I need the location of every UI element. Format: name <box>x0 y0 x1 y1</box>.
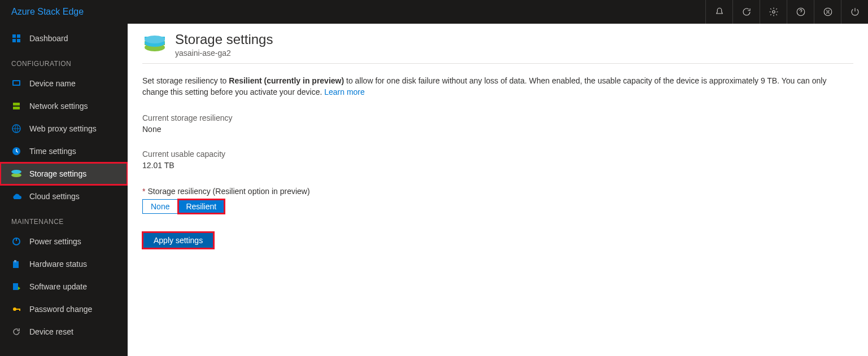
sidebar-item-storage-settings[interactable]: Storage settings <box>0 162 128 185</box>
learn-more-link[interactable]: Learn more <box>324 87 365 96</box>
description-bold: Resilient (currently in preview) <box>229 76 344 85</box>
sidebar-item-label: Dashboard <box>29 34 68 43</box>
storage-icon <box>11 169 21 179</box>
update-icon <box>11 282 21 292</box>
sidebar: Dashboard CONFIGURATION Device name Netw… <box>0 24 128 356</box>
svg-rect-10 <box>13 107 20 109</box>
clock-icon <box>11 146 21 156</box>
divider <box>142 63 853 64</box>
brand-title[interactable]: Azure Stack Edge <box>11 7 84 17</box>
svg-rect-15 <box>14 260 16 262</box>
svg-rect-5 <box>12 39 16 42</box>
reset-icon <box>11 327 21 337</box>
sidebar-item-password-change[interactable]: Password change <box>0 298 128 320</box>
monitor-icon <box>11 78 21 89</box>
topbar-icons <box>705 0 868 24</box>
sidebar-item-label: Hardware status <box>29 260 87 269</box>
sidebar-item-device-name[interactable]: Device name <box>0 72 128 95</box>
svg-rect-8 <box>14 81 19 85</box>
option-resilient-button[interactable]: Resilient <box>178 199 225 214</box>
network-icon <box>11 101 21 111</box>
current-resiliency-block: Current storage resiliency None <box>142 113 853 134</box>
description: Set storage resiliency to Resilient (cur… <box>142 75 853 98</box>
resiliency-toggle-group: None Resilient <box>142 199 853 214</box>
current-capacity-value: 12.01 TB <box>142 161 853 170</box>
power-icon[interactable] <box>841 0 868 24</box>
sidebar-item-label: Storage settings <box>29 169 86 178</box>
description-pre: Set storage resiliency to <box>142 76 229 85</box>
refresh-icon[interactable] <box>732 0 760 24</box>
current-resiliency-value: None <box>142 125 853 134</box>
sidebar-item-hardware-status[interactable]: Hardware status <box>0 253 128 275</box>
dashboard-icon <box>11 33 21 43</box>
sidebar-item-cloud-settings[interactable]: Cloud settings <box>0 185 128 208</box>
cloud-gear-icon <box>11 191 21 201</box>
page-header: Storage settings yasaini-ase-ga2 <box>142 32 853 58</box>
coprocess-icon[interactable] <box>814 0 841 24</box>
form-label: Storage resiliency (Resilient option in … <box>147 187 309 196</box>
help-icon[interactable] <box>787 0 814 24</box>
current-resiliency-label: Current storage resiliency <box>142 113 853 122</box>
sidebar-item-time-settings[interactable]: Time settings <box>0 140 128 162</box>
storage-resiliency-form: *Storage resiliency (Resilient option in… <box>142 187 853 214</box>
topbar: Azure Stack Edge <box>0 0 868 24</box>
svg-rect-16 <box>13 283 18 290</box>
svg-rect-6 <box>17 39 20 42</box>
form-label-row: *Storage resiliency (Resilient option in… <box>142 187 853 196</box>
svg-point-0 <box>772 11 775 14</box>
sidebar-item-software-update[interactable]: Software update <box>0 275 128 298</box>
sidebar-item-label: Device reset <box>29 327 73 336</box>
sidebar-item-label: Power settings <box>29 237 81 246</box>
sidebar-item-device-reset[interactable]: Device reset <box>0 320 128 343</box>
current-capacity-label: Current usable capacity <box>142 150 853 159</box>
sidebar-item-label: Web proxy settings <box>29 124 97 133</box>
sidebar-section-maintenance: MAINTENANCE <box>0 208 128 230</box>
key-icon <box>11 304 21 314</box>
main-content: Storage settings yasaini-ase-ga2 Set sto… <box>128 24 868 356</box>
sidebar-item-label: Cloud settings <box>29 192 80 201</box>
sidebar-item-label: Time settings <box>29 147 76 156</box>
notifications-icon[interactable] <box>705 0 732 24</box>
sidebar-item-power-settings[interactable]: Power settings <box>0 230 128 253</box>
option-none-button[interactable]: None <box>142 199 178 214</box>
svg-point-2 <box>824 8 832 16</box>
sidebar-item-label: Device name <box>29 79 76 88</box>
sidebar-item-web-proxy-settings[interactable]: Web proxy settings <box>0 117 128 140</box>
svg-rect-9 <box>13 103 20 106</box>
current-capacity-block: Current usable capacity 12.01 TB <box>142 150 853 170</box>
required-indicator: * <box>142 187 145 196</box>
svg-rect-4 <box>17 34 20 38</box>
sidebar-item-dashboard[interactable]: Dashboard <box>0 27 128 50</box>
hardware-icon <box>11 259 21 269</box>
sidebar-item-label: Network settings <box>29 102 88 111</box>
storage-page-icon <box>142 32 167 56</box>
settings-gear-icon[interactable] <box>760 0 787 24</box>
page-title: Storage settings <box>175 32 273 47</box>
sidebar-item-label: Software update <box>29 282 87 291</box>
svg-rect-19 <box>19 309 20 311</box>
sidebar-section-configuration: CONFIGURATION <box>0 50 128 72</box>
apply-settings-button[interactable]: Apply settings <box>142 232 214 249</box>
sidebar-item-network-settings[interactable]: Network settings <box>0 95 128 117</box>
sidebar-item-label: Password change <box>29 305 92 314</box>
globe-icon <box>11 124 21 134</box>
page-subtitle: yasaini-ase-ga2 <box>175 49 273 58</box>
svg-rect-3 <box>12 34 16 38</box>
power-gear-icon <box>11 236 21 247</box>
